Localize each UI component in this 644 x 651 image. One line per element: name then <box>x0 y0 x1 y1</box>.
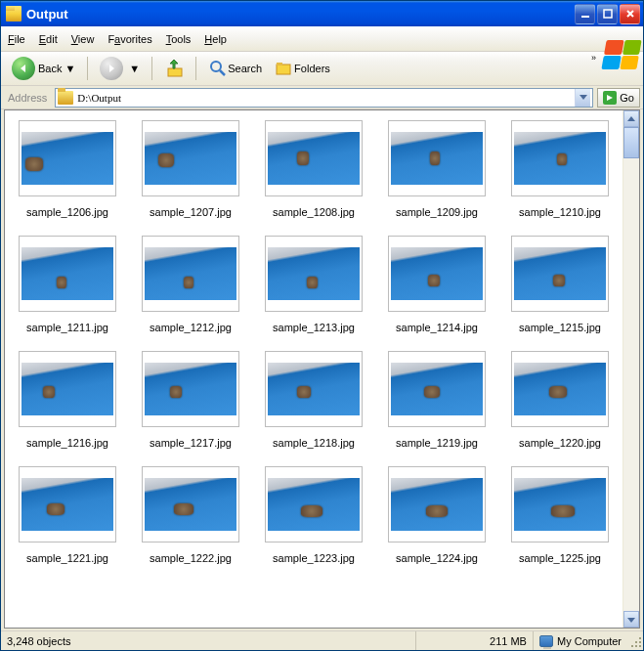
thumbnail-image <box>268 363 360 415</box>
minimize-button[interactable] <box>575 4 595 24</box>
search-icon <box>208 59 228 78</box>
thumbnail-image <box>21 247 113 300</box>
thumbnail-image <box>145 363 236 415</box>
file-item[interactable]: sample_1224.jpg <box>382 466 492 564</box>
file-item[interactable]: sample_1220.jpg <box>505 351 615 449</box>
chevron-down-icon: ▼ <box>64 63 75 74</box>
thumbnail-frame <box>142 466 239 542</box>
file-item[interactable]: sample_1223.jpg <box>259 466 368 564</box>
file-label: sample_1215.jpg <box>519 322 601 333</box>
thumbnail-frame <box>388 120 486 196</box>
file-item[interactable]: sample_1212.jpg <box>136 236 245 333</box>
search-button[interactable]: Search <box>203 56 267 81</box>
thumbnail-frame <box>142 120 239 196</box>
thumbnail-image <box>391 132 483 185</box>
file-item[interactable]: sample_1213.jpg <box>259 236 368 333</box>
file-label: sample_1222.jpg <box>150 552 232 564</box>
vertical-scrollbar <box>623 110 639 628</box>
forward-button[interactable]: ▼ <box>95 54 145 83</box>
back-arrow-icon <box>12 57 35 80</box>
thumbnail-frame <box>142 236 239 312</box>
file-label: sample_1218.jpg <box>273 437 355 449</box>
file-item[interactable]: sample_1211.jpg <box>13 236 122 333</box>
thumbnails-area: sample_1206.jpg sample_1207.jpg sample_1… <box>5 110 623 628</box>
menu-help[interactable]: Help <box>197 29 234 49</box>
menu-favorites[interactable]: Favorites <box>101 29 158 49</box>
thumbnail-image <box>391 363 483 415</box>
scroll-down-button[interactable] <box>623 611 639 628</box>
menubar: File Edit View Favorites Tools Help » <box>1 26 643 52</box>
file-label: sample_1209.jpg <box>396 206 478 218</box>
window-title: Output <box>26 7 575 22</box>
resize-grip[interactable] <box>627 633 643 649</box>
svg-point-3 <box>211 62 221 71</box>
scroll-thumb[interactable] <box>623 127 639 158</box>
thumbnail-image <box>145 247 236 300</box>
file-item[interactable]: sample_1219.jpg <box>382 351 492 449</box>
file-item[interactable]: sample_1216.jpg <box>13 351 122 449</box>
menu-tools[interactable]: Tools <box>159 29 198 49</box>
scroll-track[interactable] <box>623 127 639 611</box>
file-label: sample_1216.jpg <box>26 437 108 449</box>
file-label: sample_1217.jpg <box>150 437 232 449</box>
computer-icon <box>539 635 553 647</box>
status-objects: 3,248 objects <box>1 631 416 650</box>
thumbnail-frame <box>511 120 609 196</box>
file-item[interactable]: sample_1225.jpg <box>505 466 615 564</box>
file-item[interactable]: sample_1222.jpg <box>136 466 245 564</box>
thumbnail-image <box>145 132 236 185</box>
svg-rect-0 <box>581 16 589 18</box>
file-label: sample_1219.jpg <box>396 437 478 449</box>
file-item[interactable]: sample_1206.jpg <box>13 120 122 218</box>
menu-view[interactable]: View <box>64 29 102 49</box>
menu-edit[interactable]: Edit <box>32 29 64 49</box>
file-item[interactable]: sample_1214.jpg <box>382 236 492 333</box>
file-item[interactable]: sample_1209.jpg <box>382 120 492 218</box>
windows-logo <box>601 40 641 69</box>
file-item[interactable]: sample_1215.jpg <box>505 236 615 333</box>
close-button[interactable] <box>620 4 640 24</box>
address-input[interactable] <box>77 92 575 104</box>
svg-line-4 <box>220 70 225 75</box>
folder-icon <box>6 6 21 22</box>
thumbnail-frame <box>511 466 609 542</box>
thumbnail-frame <box>19 120 116 196</box>
file-item[interactable]: sample_1218.jpg <box>259 351 368 449</box>
chevron-down-icon: ▼ <box>129 63 140 74</box>
file-item[interactable]: sample_1217.jpg <box>136 351 245 449</box>
thumbnail-frame <box>511 351 609 427</box>
file-label: sample_1224.jpg <box>396 552 478 564</box>
svg-rect-6 <box>277 63 282 65</box>
thumbnail-image <box>391 247 483 300</box>
maximize-button[interactable] <box>597 4 618 24</box>
menu-file[interactable]: File <box>1 29 32 49</box>
svg-rect-5 <box>277 65 290 74</box>
file-item[interactable]: sample_1210.jpg <box>505 120 615 218</box>
status-size: 211 MB <box>416 631 534 650</box>
thumbnail-frame <box>265 351 363 427</box>
file-item[interactable]: sample_1208.jpg <box>259 120 368 218</box>
address-label: Address <box>4 92 51 104</box>
up-folder-icon <box>164 59 184 78</box>
svg-rect-1 <box>604 10 612 18</box>
thumbnail-frame <box>388 236 486 312</box>
file-label: sample_1206.jpg <box>26 206 108 218</box>
thumbnail-frame <box>511 236 609 312</box>
address-dropdown[interactable] <box>575 89 590 107</box>
folders-button[interactable]: Folders <box>270 56 335 81</box>
file-item[interactable]: sample_1221.jpg <box>13 466 122 564</box>
toolbar-chevron[interactable]: » <box>591 53 596 63</box>
thumbnail-frame <box>265 236 363 312</box>
statusbar: 3,248 objects 211 MB My Computer <box>1 630 643 650</box>
file-item[interactable]: sample_1207.jpg <box>136 120 245 218</box>
thumbnail-frame <box>142 351 239 427</box>
scroll-up-button[interactable] <box>623 110 639 127</box>
status-location: My Computer <box>534 631 627 650</box>
file-label: sample_1208.jpg <box>273 206 355 218</box>
forward-arrow-icon <box>100 57 123 80</box>
file-label: sample_1220.jpg <box>519 437 601 449</box>
back-button[interactable]: Back ▼ <box>7 54 80 83</box>
go-button[interactable]: Go <box>597 88 640 108</box>
toolbar: Back ▼ ▼ Search <box>1 52 643 86</box>
up-button[interactable] <box>159 56 189 81</box>
